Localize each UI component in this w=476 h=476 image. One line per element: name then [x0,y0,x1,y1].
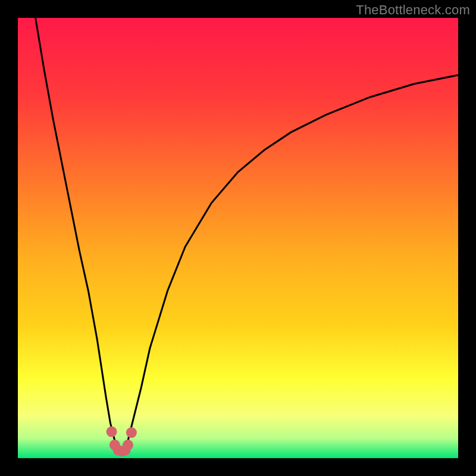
valley-marker [126,427,137,438]
valley-marker [107,427,117,437]
valley-marker [123,440,133,450]
plot-area [18,18,458,458]
chart-frame: TheBottleneck.com [0,0,476,476]
chart-svg [18,18,458,458]
watermark-text: TheBottleneck.com [356,2,470,18]
gradient-background [18,18,458,458]
